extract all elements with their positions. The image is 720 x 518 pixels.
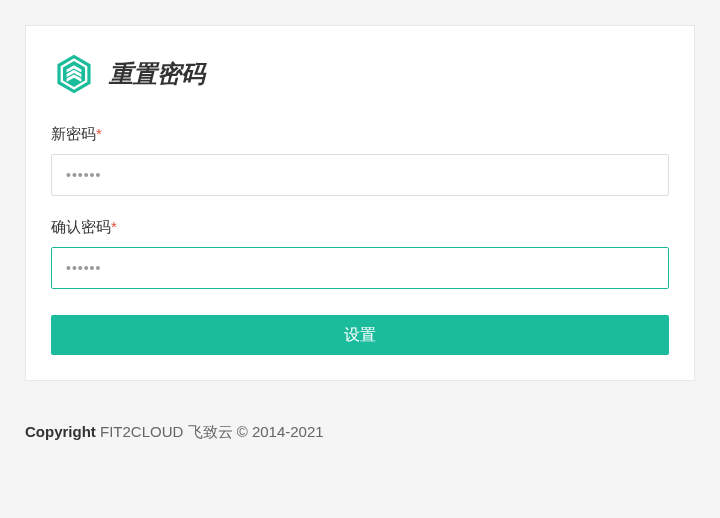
reset-password-card: 重置密码 新密码* 确认密码* 设置 bbox=[25, 25, 695, 381]
logo-icon bbox=[51, 51, 97, 97]
submit-button[interactable]: 设置 bbox=[51, 315, 669, 355]
confirm-password-group: 确认密码* bbox=[51, 218, 669, 289]
new-password-group: 新密码* bbox=[51, 125, 669, 196]
new-password-input[interactable] bbox=[51, 154, 669, 196]
confirm-password-input[interactable] bbox=[51, 247, 669, 289]
new-password-label: 新密码* bbox=[51, 125, 669, 144]
card-header: 重置密码 bbox=[51, 51, 669, 97]
confirm-password-label: 确认密码* bbox=[51, 218, 669, 237]
footer: Copyright FIT2CLOUD 飞致云 © 2014-2021 bbox=[25, 423, 695, 442]
copyright-text: FIT2CLOUD 飞致云 © 2014-2021 bbox=[96, 423, 324, 440]
page-title: 重置密码 bbox=[109, 58, 205, 90]
copyright-label: Copyright bbox=[25, 423, 96, 440]
